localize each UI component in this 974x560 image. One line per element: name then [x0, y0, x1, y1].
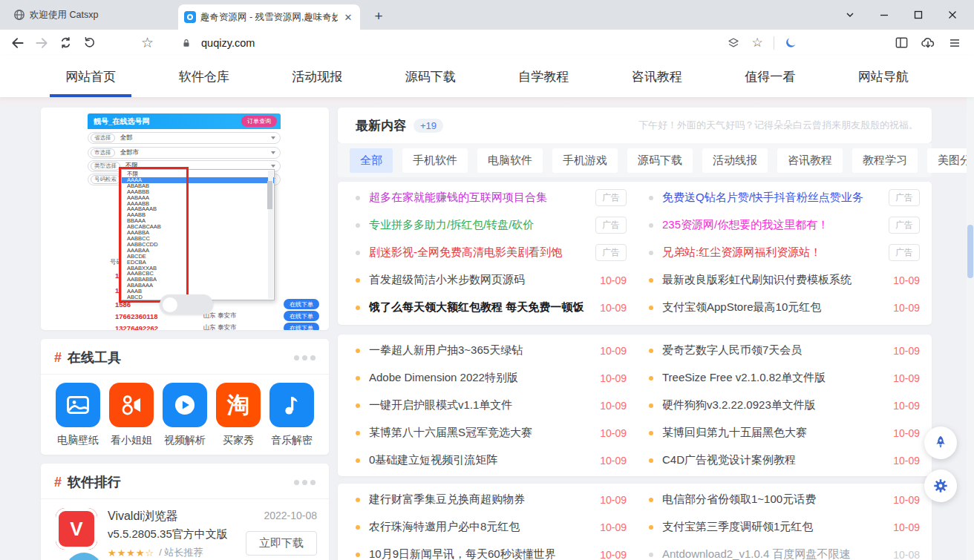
list-item[interactable]: 电信部分省份领取1~100元话费10-09 [649, 486, 920, 513]
list-item[interactable]: 最新改良版彩虹代刷知识付费模板系统10-09 [649, 266, 920, 294]
more-dots-icon[interactable] [294, 355, 316, 360]
chevron-down-icon [271, 151, 275, 154]
greeting-text: 下午好！外面的天气好吗？记得朵朵白云曾捎来朋友殷殷的祝福。 [638, 119, 918, 132]
list-item[interactable]: 某博回归第九十五届黑色大赛10-09 [649, 419, 920, 447]
shot-field-0[interactable]: 省选择全部 [88, 132, 281, 144]
order-button[interactable]: 在线下单 [284, 311, 319, 321]
item-date: 10-09 [600, 274, 627, 286]
tab-search-chevron-icon[interactable] [833, 4, 867, 26]
category-tab-4[interactable]: 源码下载 [627, 148, 693, 173]
back-to-top-rocket-button[interactable] [924, 426, 957, 459]
nav-item-4[interactable]: 自学教程 [508, 56, 579, 97]
window-maximize-button[interactable] [901, 4, 935, 26]
tool-2[interactable]: 视频解析 [161, 383, 209, 447]
nav-item-1[interactable]: 软件仓库 [169, 56, 240, 97]
list-item[interactable]: 建行财富季集豆兑换商超购物券10-09 [356, 486, 627, 513]
back-icon[interactable] [6, 31, 30, 55]
tool-0[interactable]: 电脑壁纸 [54, 383, 102, 447]
scrollbar-thumb[interactable] [967, 225, 973, 278]
list-item[interactable]: 饿了么每天领大额红包教程 每天免费一顿饭10-09 [356, 294, 627, 321]
forward-icon[interactable] [30, 31, 53, 55]
bullet-icon [356, 223, 360, 228]
item-date: 10-09 [600, 372, 627, 384]
list-item[interactable]: 支付宝第三季度调研领1元红包10-09 [649, 513, 920, 541]
layers-icon[interactable] [722, 31, 745, 55]
bookmark-star-icon[interactable]: ☆ [745, 31, 769, 55]
address-bar-url[interactable]: quqizy.com [201, 37, 255, 49]
nav-item-3[interactable]: 源码下载 [395, 56, 466, 97]
menu-icon[interactable] [943, 31, 967, 55]
window-close-button[interactable] [935, 4, 970, 26]
split-view-icon[interactable] [889, 31, 913, 55]
more-dots-icon[interactable] [294, 480, 316, 485]
tool-3[interactable]: 淘买家秀 [215, 383, 262, 447]
dropdown-scrollbar[interactable] [268, 171, 273, 299]
list-item[interactable]: 专业拼多多助力/拆红包/转盘/砍价广告 [356, 211, 627, 239]
list-item[interactable]: 0基础建立短视频引流矩阵10-09 [356, 447, 627, 474]
category-tab-0[interactable]: 全部 [350, 148, 393, 173]
refresh-icon[interactable] [53, 31, 77, 55]
tool-1[interactable]: 看小姐姐 [108, 383, 155, 447]
list-item[interactable]: 支付宝领AppStore最高10元红包10-09 [649, 294, 920, 321]
list-item[interactable]: 剧迷影视-全网免费高清电影美剧看到饱广告 [356, 239, 627, 266]
nav-item-5[interactable]: 咨讯教程 [621, 56, 693, 97]
bullet-icon [649, 553, 653, 557]
list-item[interactable]: 10月9日新闻早讯，每天60秒读懂世界10-09 [356, 541, 627, 560]
download-now-button[interactable]: 立即下载 [246, 531, 317, 556]
ranking-item[interactable]: V Vivaldi浏览器 v5.5.2805.35官方中文版 ★★★★☆ / 站… [41, 499, 329, 559]
list-item[interactable]: 首发超级简洁小米步数网页源码10-09 [356, 266, 627, 294]
nav-item-0[interactable]: 网站首页 [55, 56, 126, 97]
order-button[interactable]: 在线下单 [284, 323, 319, 330]
list-item[interactable]: 兄弟站:红尘资源网福利资源站！广告 [649, 239, 920, 266]
item-title: 一拳超人新用户抽3~365天绿钻 [369, 343, 589, 358]
lock-icon[interactable] [174, 31, 198, 55]
category-tab-5[interactable]: 活动线报 [702, 148, 768, 173]
list-item[interactable]: 超多在家就能赚钱的互联网项目合集广告 [356, 184, 627, 211]
tab-close-icon[interactable]: ✕ [342, 12, 354, 23]
history-undo-icon[interactable] [77, 31, 101, 55]
item-title: 235资源网/你想要的我这里都有！ [662, 218, 878, 232]
item-date: 10-09 [600, 427, 627, 439]
nav-item-2[interactable]: 活动现报 [281, 56, 353, 97]
list-item[interactable]: 农行珠海特邀用户必中8元红包10-09 [356, 513, 627, 541]
page-scrollbar[interactable] [967, 56, 974, 560]
bullet-icon [649, 223, 653, 228]
order-button[interactable]: 在线下单 [284, 299, 319, 309]
browser-tab-active[interactable]: 趣奇资源网 - 残雪资源网,趣味奇妙 ✕ [178, 4, 360, 30]
list-item[interactable]: C4D广告视觉设计案例教程10-09 [649, 447, 920, 474]
phone-row[interactable]: 13276492262山东 泰安市在线下单 [88, 323, 319, 330]
list-item[interactable]: 免费送Q钻名片赞/快手抖音粉丝点赞业务广告 [649, 184, 920, 211]
list-item[interactable]: 某博第八十六届黑S冠军竞选大赛10-09 [356, 419, 627, 447]
list-item[interactable]: Antdownload2_v1.0.4 百度网盘不限速10-08 [649, 541, 920, 560]
category-tab-7[interactable]: 教程学习 [852, 148, 918, 173]
dark-mode-moon-icon[interactable] [779, 31, 803, 55]
list-item[interactable]: 硬件狗狗v3.2.22.0923单文件版10-09 [649, 392, 920, 419]
list-item[interactable]: 235资源网/你想要的我这里都有！广告 [649, 211, 920, 239]
category-tab-1[interactable]: 手机软件 [402, 148, 468, 173]
shot-field-1[interactable]: 市选择全部市 [88, 147, 281, 159]
home-star-icon[interactable]: ☆ [141, 34, 154, 51]
category-tab-strip: 全部手机软件电脑软件手机游戏源码下载活动线报咨讯教程教程学习美图分享 [338, 143, 932, 177]
ad-badge: 广告 [595, 244, 627, 261]
list-item[interactable]: 一拳超人新用户抽3~365天绿钻10-09 [356, 337, 627, 364]
featured-screenshot-card[interactable]: 靓号_在线选号网 订单查询 省选择全部市选择全部市类型选择不限号码检索 号码 1… [41, 108, 329, 330]
tool-4[interactable]: 音乐解密 [268, 383, 316, 447]
list-item[interactable]: Adobe Dimension 2022特别版10-09 [356, 364, 627, 392]
list-item[interactable]: 一键开启护眼模式v1.1单文件10-09 [356, 392, 627, 419]
download-cloud-icon[interactable] [916, 31, 940, 55]
list-item[interactable]: TreeSize Free v2.1.0.82单文件版10-09 [649, 364, 920, 392]
browser-tab-welcome[interactable]: 欢迎使用 Catsxp [6, 4, 174, 25]
category-tab-6[interactable]: 咨讯教程 [777, 148, 843, 173]
settings-gear-button[interactable] [924, 470, 957, 502]
tool-label: 看小姐姐 [111, 434, 152, 447]
category-tab-2[interactable]: 电脑软件 [477, 148, 543, 173]
nav-item-6[interactable]: 值得一看 [734, 56, 805, 97]
nav-item-7[interactable]: 网站导航 [848, 56, 919, 97]
item-title: 超多在家就能赚钱的互联网项目合集 [369, 191, 585, 205]
item-title: 0基础建立短视频引流矩阵 [369, 453, 589, 467]
ad-badge: 广告 [595, 217, 627, 234]
new-tab-button[interactable]: + [368, 6, 389, 27]
category-tab-3[interactable]: 手机游戏 [552, 148, 618, 173]
list-item[interactable]: 爱奇艺数字人民币领7天会员10-09 [649, 337, 920, 364]
window-minimize-button[interactable] [867, 4, 901, 26]
